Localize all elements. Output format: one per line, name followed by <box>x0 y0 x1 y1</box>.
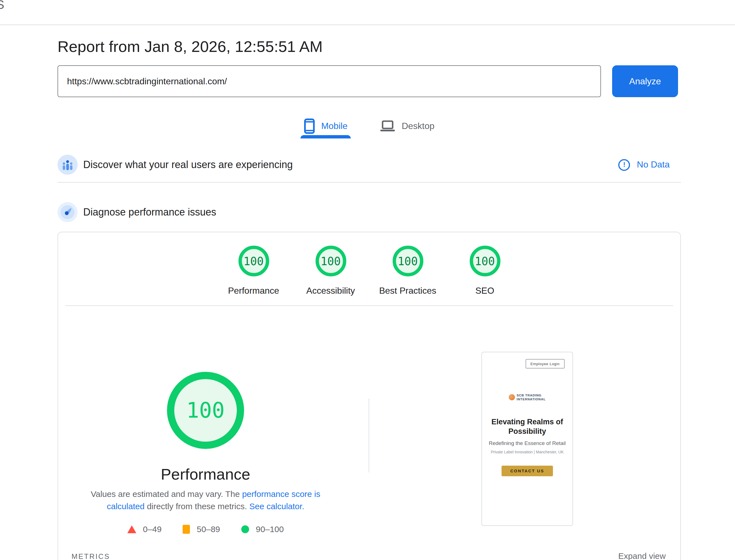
square-icon <box>183 525 190 533</box>
lab-section-title: Diagnose performance issues <box>83 202 216 222</box>
see-calculator-link[interactable]: See calculator. <box>249 501 304 511</box>
accessibility-score-gauge: 100 <box>315 246 346 276</box>
performance-score-gauge: 100 <box>238 246 269 276</box>
category-label: Best Practices <box>379 286 437 296</box>
category-best-practices[interactable]: 100 Best Practices <box>369 246 446 296</box>
category-scores: 100 Performance 100 Accessibility 100 Be… <box>58 246 680 296</box>
device-tabs: Mobile Desktop <box>58 115 681 137</box>
gauge-icon <box>58 202 78 222</box>
tab-mobile[interactable]: Mobile <box>300 115 351 137</box>
performance-section-title: Performance <box>58 466 353 484</box>
category-label: SEO <box>475 286 494 296</box>
performance-description: Values are estimated and may vary. The p… <box>77 488 334 513</box>
tab-mobile-label: Mobile <box>321 121 347 131</box>
url-input[interactable] <box>58 65 601 97</box>
section-divider <box>58 182 681 183</box>
smartphone-icon <box>304 118 315 134</box>
desc-text: directly from these metrics. <box>145 501 249 511</box>
tab-desktop-label: Desktop <box>402 121 434 131</box>
metrics-section-label: METRICS <box>71 552 110 560</box>
laptop-icon <box>380 120 396 132</box>
site-screenshot-thumbnail[interactable]: Employee Login SCB TRADING INTERNATIONAL… <box>482 352 573 526</box>
performance-main-gauge: 100 <box>167 372 244 449</box>
analyze-button[interactable]: Analyze <box>612 65 678 97</box>
preview-logo-line2: INTERNATIONAL <box>517 397 546 401</box>
app-logo-fragment[interactable]: S <box>0 0 4 12</box>
category-label: Performance <box>228 286 279 296</box>
vertical-divider <box>369 399 369 472</box>
pagespeed-insights-page: S Report from Jan 8, 2026, 12:55:51 AM A… <box>0 0 735 560</box>
field-data-section: Discover what your real users are experi… <box>58 155 681 175</box>
lighthouse-report-card: 100 Performance 100 Accessibility 100 Be… <box>58 232 681 560</box>
preview-tagline: Private Label Innovation | Manchester, U… <box>482 450 573 454</box>
preview-site-logo: SCB TRADING INTERNATIONAL <box>482 394 573 401</box>
card-divider <box>65 305 673 306</box>
preview-employee-login-button: Employee Login <box>526 359 565 368</box>
app-header: S <box>0 0 735 25</box>
legend-average: 50–89 <box>183 524 220 534</box>
legend-range: 50–89 <box>197 524 220 534</box>
lab-data-section: Diagnose performance issues <box>58 202 681 222</box>
expand-view-button[interactable]: Expand view <box>618 551 666 560</box>
legend-range: 90–100 <box>256 524 284 534</box>
legend-range: 0–49 <box>143 524 162 534</box>
desc-text: Values are estimated and may vary. The <box>91 489 242 499</box>
category-accessibility[interactable]: 100 Accessibility <box>292 246 369 296</box>
preview-logo-line1: SCB TRADING <box>517 394 542 397</box>
preview-subheading: Redefining the Essence of Retail <box>482 440 573 446</box>
legend-fail: 0–49 <box>127 524 162 534</box>
no-data-label: No Data <box>637 160 670 170</box>
preview-heading: Elevating Realms of Possibility <box>482 417 573 436</box>
category-label: Accessibility <box>306 286 355 296</box>
triangle-icon <box>127 525 136 533</box>
globe-icon <box>509 394 515 400</box>
seo-score-gauge: 100 <box>470 246 500 276</box>
circle-icon <box>241 525 249 533</box>
preview-contact-us-button: CONTACT US <box>502 466 553 476</box>
score-legend: 0–49 50–89 90–100 <box>58 524 353 534</box>
users-icon <box>58 155 78 175</box>
legend-pass: 90–100 <box>241 524 284 534</box>
info-icon: ! <box>619 159 630 171</box>
report-title: Report from Jan 8, 2026, 12:55:51 AM <box>58 38 322 56</box>
field-section-title: Discover what your real users are experi… <box>83 155 293 175</box>
no-data-link[interactable]: ! No Data <box>619 155 670 175</box>
category-seo[interactable]: 100 SEO <box>446 246 523 296</box>
best-practices-score-gauge: 100 <box>393 246 423 276</box>
category-performance[interactable]: 100 Performance <box>215 246 292 296</box>
tab-desktop[interactable]: Desktop <box>377 115 438 137</box>
